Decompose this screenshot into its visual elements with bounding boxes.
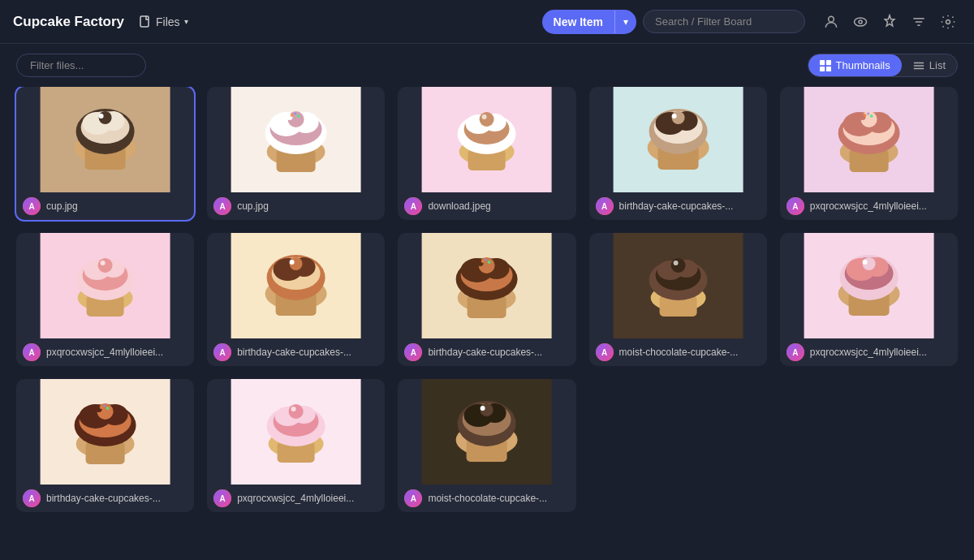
item-info: A cup.jpg xyxy=(16,192,194,220)
files-button[interactable]: Files ▾ xyxy=(132,12,195,32)
search-input[interactable] xyxy=(643,10,805,33)
item-info: A pxqrocxwsjcc_4mlylloieei... xyxy=(780,338,958,366)
list-item[interactable]: A moist-chocolate-cupcake-... xyxy=(589,233,767,366)
avatar-image: A xyxy=(23,343,41,361)
svg-point-83 xyxy=(290,260,295,265)
avatar-image: A xyxy=(23,489,41,507)
chevron-down-icon: ▾ xyxy=(184,17,188,26)
pin-icon-button[interactable] xyxy=(877,9,903,35)
svg-point-103 xyxy=(670,258,685,273)
list-item[interactable]: A cup.jpg xyxy=(207,87,385,220)
item-info: A birthday-cake-cupcakes-... xyxy=(207,338,385,366)
avatar: A xyxy=(404,343,422,361)
svg-rect-0 xyxy=(140,16,149,27)
new-item-chevron-icon: ▾ xyxy=(614,11,636,33)
avatar-image: A xyxy=(213,197,231,215)
avatar-image: A xyxy=(213,343,231,361)
list-item[interactable]: A birthday-cake-cupcakes-... xyxy=(398,233,575,366)
list-item[interactable]: A pxqrocxwsjcc_4mlylloieei... xyxy=(780,233,958,366)
filter-input[interactable] xyxy=(16,54,146,77)
thumbnail xyxy=(16,379,194,485)
list-item[interactable]: A birthday-cake-cupcakes-... xyxy=(16,379,194,512)
svg-point-34 xyxy=(297,114,300,118)
toolbar: Thumbnails List xyxy=(0,44,974,87)
item-name: moist-chocolate-cupcake-... xyxy=(619,347,761,358)
svg-point-104 xyxy=(673,261,678,265)
list-item[interactable]: A moist-chocolate-cupcake-... xyxy=(398,379,575,512)
svg-point-35 xyxy=(294,113,296,115)
item-name: cup.jpg xyxy=(237,200,378,212)
avatar: A xyxy=(787,343,804,361)
list-icon xyxy=(913,60,924,71)
thumbnail xyxy=(398,87,575,192)
item-info: A moist-chocolate-cupcake-... xyxy=(589,338,767,366)
pin-icon xyxy=(881,14,898,30)
svg-point-3 xyxy=(859,19,862,23)
svg-point-125 xyxy=(103,405,106,407)
list-item[interactable]: A cup.jpg xyxy=(16,87,194,220)
item-info: A download.jpeg xyxy=(398,192,575,220)
avatar: A xyxy=(23,489,41,507)
svg-point-7 xyxy=(946,19,950,24)
thumbnail xyxy=(398,233,575,338)
user-icon-button[interactable] xyxy=(818,9,844,35)
app-title: Cupcake Factory xyxy=(13,14,124,30)
list-item[interactable]: A birthday-cake-cupcakes-... xyxy=(207,233,385,366)
header-center: New Item ▾ xyxy=(542,9,961,35)
thumbnail xyxy=(16,233,194,338)
filter-icon xyxy=(911,14,927,30)
header-icons xyxy=(818,9,961,35)
filter-icon-button[interactable] xyxy=(906,9,932,35)
settings-icon-button[interactable] xyxy=(935,9,961,35)
file-grid-container: A cup.jpg A cup.jpg xyxy=(0,87,974,559)
avatar: A xyxy=(787,197,804,215)
item-info: A cup.jpg xyxy=(207,192,385,220)
thumbnail xyxy=(207,87,385,192)
svg-rect-10 xyxy=(820,66,825,71)
header-left: Cupcake Factory Files ▾ xyxy=(13,12,532,32)
thumbnail xyxy=(780,87,958,192)
avatar: A xyxy=(213,343,231,361)
list-item[interactable]: A download.jpeg xyxy=(398,87,575,220)
item-info: A birthday-cake-cupcakes-... xyxy=(589,192,767,220)
eye-icon-button[interactable] xyxy=(847,9,873,35)
svg-point-65 xyxy=(867,113,869,115)
file-icon xyxy=(139,15,152,28)
svg-point-44 xyxy=(482,114,487,119)
svg-point-93 xyxy=(481,260,485,263)
svg-point-134 xyxy=(291,407,296,411)
list-item[interactable]: A birthday-cake-cupcakes-... xyxy=(589,87,767,220)
thumbnail xyxy=(207,233,385,338)
item-info: A birthday-cake-cupcakes-... xyxy=(398,338,575,366)
item-name: birthday-cake-cupcakes-... xyxy=(46,493,187,504)
item-info: A pxqrocxwsjcc_4mlylloieei... xyxy=(207,485,385,512)
svg-point-63 xyxy=(863,114,866,117)
avatar-image: A xyxy=(404,489,422,507)
svg-point-113 xyxy=(862,260,867,265)
avatar-image: A xyxy=(596,343,614,361)
svg-rect-9 xyxy=(825,60,830,65)
item-name: pxqrocxwsjcc_4mlylloieei... xyxy=(237,493,378,504)
thumbnail xyxy=(589,233,767,338)
avatar-image: A xyxy=(213,489,231,507)
header: Cupcake Factory Files ▾ New Item ▾ xyxy=(0,0,974,44)
list-item[interactable]: A pxqrocxwsjcc_4mlylloieei... xyxy=(16,233,194,366)
svg-point-143 xyxy=(481,406,485,411)
avatar-image: A xyxy=(404,343,422,361)
list-view-button[interactable]: List xyxy=(902,54,957,76)
thumbnail xyxy=(207,379,385,485)
item-name: moist-chocolate-cupcake-... xyxy=(428,493,569,504)
thumbnail xyxy=(398,379,575,485)
svg-point-33 xyxy=(291,114,294,117)
list-item[interactable]: A pxqrocxwsjcc_4mlylloieei... xyxy=(207,379,385,512)
avatar: A xyxy=(23,197,41,215)
thumbnails-view-button[interactable]: Thumbnails xyxy=(808,54,902,76)
files-label: Files xyxy=(156,15,180,28)
list-item[interactable]: A pxqrocxwsjcc_4mlylloieei... xyxy=(780,87,958,220)
svg-point-53 xyxy=(671,114,676,118)
item-name: pxqrocxwsjcc_4mlylloieei... xyxy=(810,200,951,212)
avatar: A xyxy=(596,197,614,215)
avatar: A xyxy=(404,489,422,507)
new-item-button[interactable]: New Item ▾ xyxy=(542,10,636,34)
thumbnail xyxy=(16,87,194,192)
